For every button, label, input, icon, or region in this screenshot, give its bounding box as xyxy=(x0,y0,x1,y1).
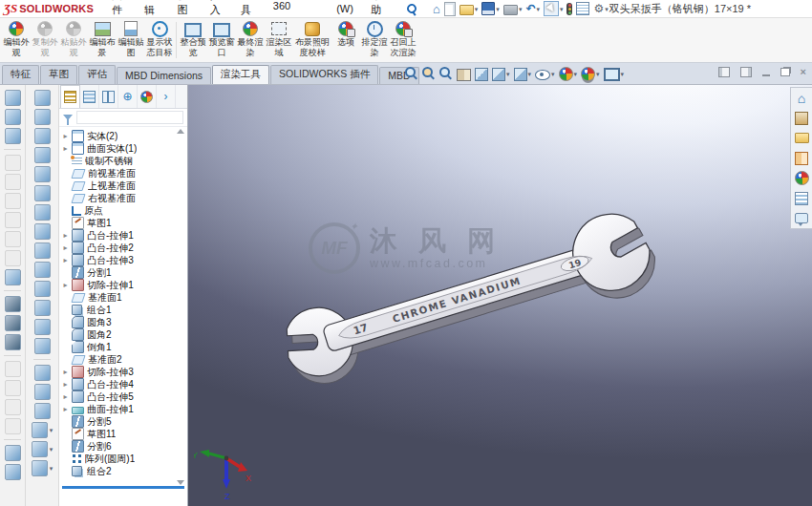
previous-view-button[interactable] xyxy=(439,67,453,80)
hide-show-items-button[interactable]: ▾ xyxy=(535,67,555,80)
collapse-left-pane[interactable] xyxy=(718,67,730,77)
tree-item[interactable]: 前视基准面 xyxy=(61,167,187,179)
tree-item[interactable]: 圆角3 xyxy=(61,316,187,328)
edit-appearance-button[interactable]: 编辑外观 xyxy=(2,20,31,59)
tree-item[interactable]: 分割5 xyxy=(61,415,187,428)
panel-overflow-tab[interactable]: › xyxy=(157,85,176,108)
tree-item[interactable]: 组合2 xyxy=(61,465,187,477)
left-toolbar1-icon-0[interactable] xyxy=(5,90,21,106)
tree-item[interactable]: 分割6 xyxy=(61,440,187,453)
featuremanager-tab[interactable] xyxy=(60,85,80,108)
section-view-button[interactable] xyxy=(457,67,471,81)
left-toolbar2-flyout-2[interactable]: ▾ xyxy=(32,460,53,476)
left-toolbar2-icon-11[interactable] xyxy=(34,300,51,316)
open-document-button[interactable]: ▾ xyxy=(459,2,480,15)
expand-arrow-icon[interactable]: ▸ xyxy=(62,130,69,142)
custom-properties-tab[interactable] xyxy=(795,191,809,205)
edit-scene-button[interactable]: 编辑布景 xyxy=(88,20,117,59)
expand-arrow-icon[interactable]: ▸ xyxy=(62,366,69,378)
recall-last-render-button[interactable]: 召回上次渲染 xyxy=(389,20,417,59)
tab-evaluate[interactable]: 评估 xyxy=(78,65,116,84)
render-region-button[interactable]: 渲染区域 xyxy=(265,20,293,59)
tree-item[interactable]: ▸切除-拉伸1 xyxy=(61,279,187,291)
tree-item[interactable]: 锻制不锈钢 xyxy=(61,155,187,167)
tab-sketch[interactable]: 草图 xyxy=(40,65,77,84)
left-toolbar2-icon-6[interactable] xyxy=(34,204,51,221)
expand-arrow-icon[interactable]: ▸ xyxy=(62,279,69,291)
tree-item[interactable]: 基准面1 xyxy=(61,291,187,304)
undo-button[interactable]: ↶▾ xyxy=(524,3,541,14)
edit-appearance-heads-up-button[interactable]: ▾ xyxy=(559,67,578,81)
tree-filter-input[interactable] xyxy=(76,111,183,124)
tab-render-tools[interactable]: 渲染工具 xyxy=(212,65,269,84)
options-button[interactable]: 选项 xyxy=(331,20,360,49)
file-properties-button[interactable] xyxy=(575,2,590,15)
left-toolbar2-icon-8[interactable] xyxy=(34,242,51,259)
tree-scroll-down-button[interactable] xyxy=(177,480,184,485)
left-toolbar2-icon-b2[interactable] xyxy=(34,403,51,419)
left-toolbar2-icon-b1[interactable] xyxy=(34,384,51,400)
left-toolbar2-icon-9[interactable] xyxy=(34,262,51,278)
tree-item[interactable]: ▸凸台-拉伸5 xyxy=(61,390,187,403)
restore-window[interactable] xyxy=(780,68,790,76)
zoom-to-fit-button[interactable] xyxy=(405,67,418,80)
view-settings-button[interactable]: ▾ xyxy=(604,66,625,81)
left-toolbar2-flyout-0[interactable]: ▾ xyxy=(32,422,53,438)
tree-item[interactable]: ▸实体(2) xyxy=(61,130,187,142)
expand-arrow-icon[interactable]: ▸ xyxy=(62,242,69,254)
appearances-scenes-tab[interactable] xyxy=(795,171,809,185)
left-toolbar2-flyout-1[interactable]: ▾ xyxy=(32,441,53,457)
displaymanager-tab[interactable] xyxy=(138,85,157,108)
print-button[interactable]: ▾ xyxy=(502,2,524,15)
tree-item[interactable]: 草图1 xyxy=(61,217,187,229)
expand-arrow-icon[interactable]: ▸ xyxy=(62,390,69,403)
expand-arrow-icon[interactable]: ▸ xyxy=(62,403,69,415)
left-toolbar2-icon-4[interactable] xyxy=(34,166,51,182)
edit-decal-button[interactable]: 编辑贴图 xyxy=(117,20,145,59)
dynamic-annotation-views-button[interactable] xyxy=(475,67,488,81)
schedule-render-button[interactable]: 排定渲染 xyxy=(360,20,389,59)
zoom-to-area-button[interactable] xyxy=(422,67,436,80)
tree-item[interactable]: 原点 xyxy=(61,204,187,217)
propertymanager-tab[interactable] xyxy=(80,85,99,108)
tab-features[interactable]: 特征 xyxy=(2,65,39,84)
display-state-target-button[interactable]: 显示状态目标 xyxy=(145,20,174,59)
left-toolbar2-icon-3[interactable] xyxy=(34,147,51,163)
view-orientation-button[interactable]: ▾ xyxy=(492,67,510,81)
tree-item[interactable]: 上视基准面 xyxy=(61,179,187,192)
tab-solidworks-addins[interactable]: SOLIDWORKS 插件 xyxy=(270,65,378,84)
left-toolbar1-icon-21[interactable] xyxy=(5,445,21,461)
options-gear-button[interactable]: ⚙▾ xyxy=(592,3,609,14)
tree-item[interactable]: ▸曲面-拉伸1 xyxy=(61,403,187,415)
left-toolbar2-icon-13[interactable] xyxy=(34,338,51,354)
tree-item[interactable]: ▸曲面实体(1) xyxy=(61,142,187,155)
rebuild-traffic-light-button[interactable] xyxy=(566,3,573,15)
expand-arrow-icon[interactable]: ▸ xyxy=(62,254,69,266)
scene-illumination-proof-button[interactable]: 布景照明度校样 xyxy=(293,20,331,59)
expand-arrow-icon[interactable]: ▸ xyxy=(62,229,69,242)
solidworks-resources-tab[interactable]: ⌂ xyxy=(795,91,809,105)
tree-scroll-up-button[interactable] xyxy=(177,129,184,134)
tree-item[interactable]: 右视基准面 xyxy=(61,192,187,204)
tree-item[interactable]: 草图11 xyxy=(61,428,187,440)
tree-item[interactable]: 基准面2 xyxy=(61,353,187,366)
home-button[interactable]: ⌂ xyxy=(432,3,441,15)
left-toolbar2-icon-2[interactable] xyxy=(34,128,51,144)
left-toolbar1-icon-14[interactable] xyxy=(5,334,21,350)
tree-item[interactable]: ▸凸台-拉伸1 xyxy=(61,229,187,242)
forum-tab[interactable] xyxy=(795,211,809,225)
select-button[interactable]: ▾ xyxy=(543,1,565,16)
left-toolbar1-icon-10[interactable] xyxy=(5,269,21,285)
design-library-tab[interactable] xyxy=(795,111,809,125)
tree-item[interactable]: 组合1 xyxy=(61,304,187,316)
pin-menu-button[interactable] xyxy=(407,4,417,13)
new-document-button[interactable] xyxy=(443,2,457,16)
left-toolbar2-icon-5[interactable] xyxy=(34,185,51,201)
display-style-button[interactable]: ▾ xyxy=(514,67,532,81)
left-toolbar1-icon-22[interactable] xyxy=(5,464,21,480)
expand-arrow-icon[interactable]: ▸ xyxy=(62,142,69,155)
left-toolbar2-icon-10[interactable] xyxy=(34,281,51,297)
configurationmanager-tab[interactable] xyxy=(99,85,118,108)
tree-item[interactable]: ▸凸台-拉伸2 xyxy=(61,242,187,254)
file-explorer-tab[interactable] xyxy=(795,131,809,145)
